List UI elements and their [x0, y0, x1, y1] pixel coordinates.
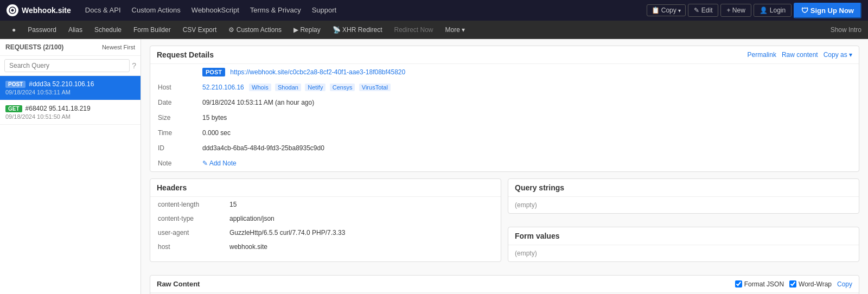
raw-content-actions: Format JSON Word-Wrap Copy	[735, 280, 852, 288]
query-strings-header: Query strings	[508, 179, 859, 197]
detail-value-time: 0.000 sec	[196, 126, 858, 140]
method-badge-get: GET	[5, 105, 22, 112]
logo-icon	[7, 4, 18, 16]
nav-terms[interactable]: Terms & Privacy	[245, 0, 307, 21]
header-key-content-length: content-length	[151, 198, 222, 211]
format-json-checkbox[interactable]	[735, 280, 742, 287]
detail-label-time: Time	[151, 126, 195, 140]
raw-content-link[interactable]: Raw content	[782, 51, 818, 59]
new-button[interactable]: + New	[720, 4, 751, 17]
edit-icon: ✎	[694, 7, 699, 14]
person-icon: 👤	[760, 7, 768, 14]
detail-table: POST https://webhook.site/c0cbc2a8-8cf2-…	[150, 64, 859, 171]
request-item-2[interactable]: GET #68402 95.141.18.219 09/18/2024 10:5…	[0, 100, 141, 125]
signup-button[interactable]: 🛡 Sign Up Now	[794, 3, 861, 18]
header-val-host: webhook.site	[223, 240, 500, 253]
help-icon[interactable]: ?	[132, 61, 136, 70]
raw-content-copy-link[interactable]: Copy	[837, 280, 852, 288]
detail-value-id: ddd3a4cb-6ba5-484d-9fd3-25ba8935c9d0	[196, 141, 858, 155]
host-ip-link[interactable]: 52.210.106.16	[202, 84, 244, 91]
detail-label-host: Host	[151, 80, 195, 94]
tag-netify[interactable]: Netify	[305, 84, 326, 91]
query-strings-empty: (empty)	[508, 197, 859, 213]
sidebar-header: REQUESTS (2/100) Newest First	[0, 39, 141, 56]
headers-table: content-length 15 content-type applicati…	[150, 197, 501, 254]
sec-nav-circle[interactable]: ●	[7, 21, 21, 39]
word-wrap-checkbox[interactable]	[789, 280, 796, 287]
right-col: Query strings (empty) Form values (empty…	[508, 178, 859, 269]
tag-virustotal[interactable]: VirusTotal	[359, 84, 391, 91]
sidebar-search: ?	[0, 56, 141, 76]
request-time-1: 09/18/2024 10:53:11 AM	[5, 89, 135, 95]
headers-header: Headers	[150, 179, 501, 197]
sec-nav-alias[interactable]: Alias	[63, 21, 88, 39]
sec-nav-password[interactable]: Password	[22, 21, 62, 39]
top-nav: Webhook.site Docs & API Custom Actions W…	[0, 0, 868, 21]
form-values-empty: (empty)	[508, 245, 859, 261]
login-button[interactable]: 👤 Login	[754, 4, 792, 17]
chevron-down-icon: ▾	[678, 8, 681, 14]
form-values-header: Form values	[508, 227, 859, 245]
show-intro-link[interactable]: Show Intro	[831, 26, 861, 34]
raw-content-header: Raw Content Format JSON Word-Wrap Copy	[150, 276, 859, 293]
detail-row-size: Size 15 bytes	[151, 111, 858, 125]
detail-label-size: Size	[151, 111, 195, 125]
tag-shodan[interactable]: Shodan	[275, 84, 301, 91]
detail-label-date: Date	[151, 95, 195, 110]
edit-button[interactable]: ✎ Edit	[688, 4, 719, 17]
sec-nav-custom-actions[interactable]: ⚙ Custom Actions	[223, 21, 287, 39]
header-row-host: host webhook.site	[151, 240, 500, 253]
search-input[interactable]	[4, 59, 130, 72]
sec-nav-more[interactable]: More ▾	[440, 21, 471, 39]
raw-content-card: Raw Content Format JSON Word-Wrap Copy	[150, 275, 859, 294]
form-values-card: Form values (empty)	[508, 227, 859, 262]
url-link[interactable]: https://webhook.site/c0cbc2a8-8cf2-40f1-…	[230, 68, 405, 76]
detail-row-id: ID ddd3a4cb-6ba5-484d-9fd3-25ba8935c9d0	[151, 141, 858, 155]
form-values-title: Form values	[515, 232, 559, 240]
logo[interactable]: Webhook.site	[7, 4, 71, 16]
sec-nav-csv-export[interactable]: CSV Export	[177, 21, 222, 39]
request-details-card: Request Details Permalink Raw content Co…	[150, 46, 859, 172]
copy-dropdown-button[interactable]: 📋 Copy ▾	[647, 4, 686, 16]
post-badge: POST	[202, 68, 225, 76]
detail-value-date: 09/18/2024 10:53:11 AM (an hour ago)	[196, 95, 858, 110]
headers-card: Headers content-length 15 content-type a…	[150, 178, 501, 262]
logo-text: Webhook.site	[22, 6, 71, 15]
header-row-user-agent: user-agent GuzzleHttp/6.5.5 curl/7.74.0 …	[151, 226, 500, 239]
raw-content-title: Raw Content	[157, 280, 200, 288]
header-val-content-length: 15	[223, 198, 500, 211]
request-item-1[interactable]: POST #ddd3a 52.210.106.16 09/18/2024 10:…	[0, 76, 141, 100]
detail-row-note: Note ✎ Add Note	[151, 156, 858, 170]
format-json-label[interactable]: Format JSON	[735, 280, 784, 288]
sec-nav-schedule[interactable]: Schedule	[89, 21, 127, 39]
nav-support[interactable]: Support	[307, 0, 342, 21]
header-val-user-agent: GuzzleHttp/6.5.5 curl/7.74.0 PHP/7.3.33	[223, 226, 500, 239]
copy-icon: 📋	[652, 7, 660, 14]
permalink-link[interactable]: Permalink	[748, 51, 776, 59]
detail-label-url	[151, 65, 195, 79]
sec-nav-redirect-now[interactable]: Redirect Now	[388, 21, 438, 39]
headers-title: Headers	[157, 183, 187, 192]
sidebar-newest[interactable]: Newest First	[102, 44, 135, 50]
word-wrap-label[interactable]: Word-Wrap	[789, 280, 832, 288]
nav-custom-actions[interactable]: Custom Actions	[126, 0, 186, 21]
request-id-2: #68402 95.141.18.219	[25, 105, 91, 112]
detail-row-time: Time 0.000 sec	[151, 126, 858, 140]
header-row-content-type: content-type application/json	[151, 212, 500, 225]
sec-nav-xhr-redirect[interactable]: 📡 XHR Redirect	[327, 21, 388, 39]
nav-webhookscript[interactable]: WebhookScript	[186, 0, 245, 21]
detail-label-note: Note	[151, 156, 195, 170]
sec-nav-replay[interactable]: ▶ Replay	[288, 21, 326, 39]
request-details-title: Request Details	[157, 50, 214, 59]
copy-as-dropdown[interactable]: Copy as ▾	[824, 51, 852, 59]
tag-whois[interactable]: Whois	[249, 84, 271, 91]
detail-row-date: Date 09/18/2024 10:53:11 AM (an hour ago…	[151, 95, 858, 110]
nav-docs[interactable]: Docs & API	[80, 0, 126, 21]
sidebar-title: REQUESTS (2/100)	[5, 43, 99, 51]
sec-nav-form-builder[interactable]: Form Builder	[128, 21, 176, 39]
add-note-link[interactable]: ✎ Add Note	[202, 159, 851, 167]
request-id-1: #ddd3a 52.210.106.16	[29, 80, 94, 88]
header-key-host: host	[151, 240, 222, 253]
tag-censys[interactable]: Censys	[330, 84, 355, 91]
header-val-content-type: application/json	[223, 212, 500, 225]
